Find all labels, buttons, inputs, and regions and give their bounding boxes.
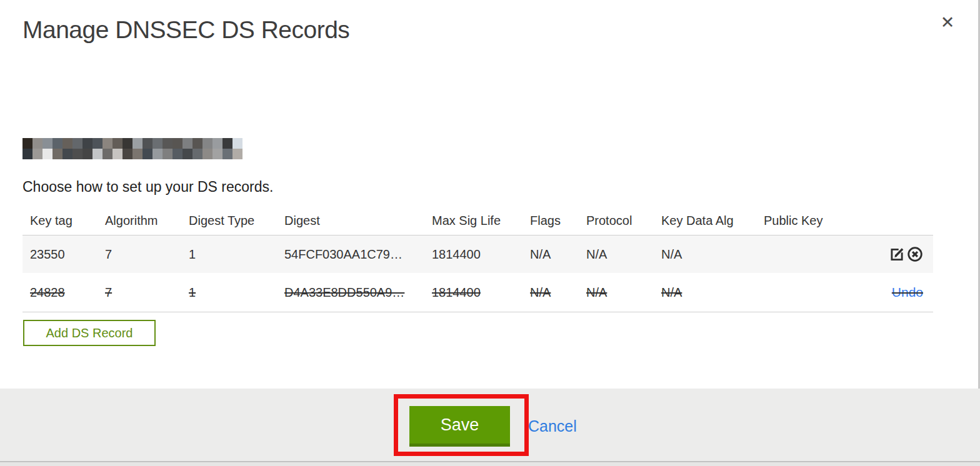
add-ds-record-button[interactable]: Add DS Record <box>23 320 156 346</box>
column-header-algorithm: Algorithm <box>98 214 181 228</box>
modal-bottom-edge <box>0 461 980 466</box>
save-button[interactable]: Save <box>409 406 510 447</box>
cell-max-sig-life: 1814400 <box>424 247 522 262</box>
column-header-public-key: Public Key <box>756 214 875 228</box>
cell-digest: D4A33E8DD550A9… <box>277 285 424 300</box>
cell-algorithm: 7 <box>98 285 181 300</box>
delete-record-icon[interactable] <box>907 246 923 262</box>
edit-record-icon[interactable] <box>889 246 905 262</box>
table-row: 24828 7 1 D4A33E8DD550A9… 1814400 N/A N/… <box>22 273 933 312</box>
column-header-digest-type: Digest Type <box>181 214 277 228</box>
table-header: Key tag Algorithm Digest Type Digest Max… <box>22 206 933 235</box>
cancel-link[interactable]: Cancel <box>528 417 577 435</box>
column-header-key-tag: Key tag <box>22 214 98 228</box>
cell-digest-type: 1 <box>181 247 277 262</box>
instruction-text: Choose how to set up your DS records. <box>22 179 273 196</box>
cell-digest: 54FCF030AA1C79… <box>277 247 424 262</box>
cell-key-tag: 24828 <box>22 285 98 300</box>
page-title: Manage DNSSEC DS Records <box>22 16 349 44</box>
row-actions: Undo <box>875 285 933 300</box>
column-header-max-sig-life: Max Sig Life <box>424 214 522 228</box>
redacted-domain <box>22 138 242 159</box>
undo-link[interactable]: Undo <box>892 285 923 300</box>
dnssec-modal: Manage DNSSEC DS Records ✕ Choose how to… <box>0 0 980 466</box>
cell-algorithm: 7 <box>98 247 181 262</box>
table-row: 23550 7 1 54FCF030AA1C79… 1814400 N/A N/… <box>22 235 933 273</box>
column-header-key-data-alg: Key Data Alg <box>654 214 756 228</box>
cell-flags: N/A <box>522 285 579 300</box>
cell-key-data-alg: N/A <box>654 247 756 262</box>
cell-max-sig-life: 1814400 <box>424 285 522 300</box>
cell-digest-type: 1 <box>181 285 277 300</box>
cell-key-tag: 23550 <box>22 247 98 262</box>
column-header-flags: Flags <box>522 214 579 228</box>
column-header-protocol: Protocol <box>579 214 654 228</box>
row-actions <box>875 246 933 262</box>
cell-protocol: N/A <box>579 285 654 300</box>
cell-protocol: N/A <box>579 247 654 262</box>
ds-records-table: Key tag Algorithm Digest Type Digest Max… <box>22 206 933 312</box>
cell-key-data-alg: N/A <box>654 285 756 300</box>
column-header-digest: Digest <box>277 214 424 228</box>
close-icon[interactable]: ✕ <box>936 11 959 34</box>
cell-flags: N/A <box>522 247 579 262</box>
